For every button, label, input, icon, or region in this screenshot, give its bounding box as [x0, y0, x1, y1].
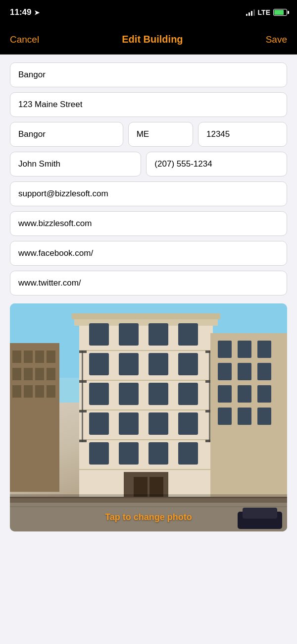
- svg-rect-9: [35, 368, 44, 380]
- svg-rect-5: [35, 351, 44, 363]
- facebook-input[interactable]: [10, 241, 287, 266]
- nav-title: Edit Building: [122, 34, 183, 45]
- svg-rect-29: [148, 323, 168, 346]
- svg-rect-63: [257, 341, 271, 358]
- cancel-button[interactable]: Cancel: [10, 34, 39, 45]
- svg-rect-33: [148, 353, 168, 375]
- svg-rect-37: [148, 383, 168, 405]
- twitter-input[interactable]: [10, 271, 287, 295]
- city-state-zip-row: [10, 122, 287, 147]
- battery-fill: [274, 10, 284, 15]
- svg-rect-45: [148, 442, 168, 465]
- svg-rect-3: [12, 351, 21, 363]
- svg-rect-62: [238, 341, 251, 358]
- state-input[interactable]: [128, 122, 193, 147]
- battery-icon: [273, 9, 287, 16]
- address-input[interactable]: [10, 92, 287, 117]
- status-right: LTE: [246, 8, 287, 16]
- svg-rect-4: [24, 351, 33, 363]
- nav-bar: Cancel Edit Building Save: [0, 25, 297, 55]
- content-area: Tap to change photo: [0, 55, 297, 644]
- svg-rect-14: [47, 385, 55, 398]
- signal-bar-4: [253, 9, 255, 16]
- signal-bars: [246, 9, 255, 16]
- svg-rect-21: [72, 313, 220, 319]
- save-button[interactable]: Save: [266, 34, 287, 45]
- svg-rect-30: [178, 323, 198, 346]
- svg-rect-13: [35, 385, 44, 398]
- svg-rect-41: [148, 412, 168, 435]
- svg-rect-11: [12, 385, 21, 398]
- svg-rect-27: [89, 323, 109, 346]
- photo-container[interactable]: Tap to change photo: [10, 303, 287, 531]
- building-photo: [10, 303, 287, 531]
- svg-rect-65: [238, 363, 251, 380]
- svg-rect-54: [82, 351, 83, 442]
- svg-rect-32: [119, 353, 139, 375]
- svg-rect-61: [218, 341, 232, 358]
- contact-name-input[interactable]: [10, 152, 141, 176]
- signal-bar-2: [248, 12, 250, 16]
- svg-rect-70: [218, 408, 232, 425]
- svg-rect-43: [89, 442, 109, 465]
- status-time: 11:49 ➤: [10, 7, 40, 17]
- svg-rect-7: [12, 368, 21, 380]
- svg-rect-72: [257, 408, 271, 425]
- building-name-input[interactable]: [10, 62, 287, 87]
- svg-rect-71: [238, 408, 251, 425]
- svg-rect-10: [47, 368, 55, 380]
- svg-rect-31: [89, 353, 109, 375]
- svg-rect-34: [178, 353, 198, 375]
- email-input[interactable]: [10, 181, 287, 206]
- svg-rect-35: [89, 383, 109, 405]
- status-bar: 11:49 ➤ LTE: [0, 0, 297, 25]
- svg-rect-39: [89, 412, 109, 435]
- svg-rect-42: [178, 412, 198, 435]
- time-display: 11:49: [10, 7, 31, 17]
- svg-rect-67: [218, 385, 232, 403]
- lte-label: LTE: [258, 8, 270, 16]
- svg-rect-38: [178, 383, 198, 405]
- signal-bar-1: [246, 14, 248, 16]
- svg-rect-66: [257, 363, 271, 380]
- svg-rect-44: [119, 442, 139, 465]
- svg-rect-78: [10, 494, 287, 498]
- svg-rect-6: [47, 351, 55, 363]
- phone-input[interactable]: [146, 152, 287, 176]
- svg-rect-64: [218, 363, 232, 380]
- svg-rect-36: [119, 383, 139, 405]
- name-phone-row: [10, 152, 287, 176]
- svg-rect-2: [10, 343, 59, 492]
- svg-rect-77: [243, 508, 277, 519]
- building-illustration: [10, 303, 287, 531]
- svg-rect-8: [24, 368, 33, 380]
- website-input[interactable]: [10, 211, 287, 236]
- svg-rect-59: [209, 351, 210, 442]
- location-arrow-icon: ➤: [34, 9, 40, 16]
- svg-rect-28: [119, 323, 139, 346]
- svg-rect-12: [24, 385, 33, 398]
- signal-bar-3: [251, 11, 252, 16]
- svg-rect-46: [178, 442, 198, 465]
- svg-rect-40: [119, 412, 139, 435]
- svg-rect-69: [257, 385, 271, 403]
- tap-to-change-label[interactable]: Tap to change photo: [105, 512, 192, 523]
- zip-input[interactable]: [198, 122, 287, 147]
- city-input[interactable]: [10, 122, 123, 147]
- svg-rect-68: [238, 385, 251, 403]
